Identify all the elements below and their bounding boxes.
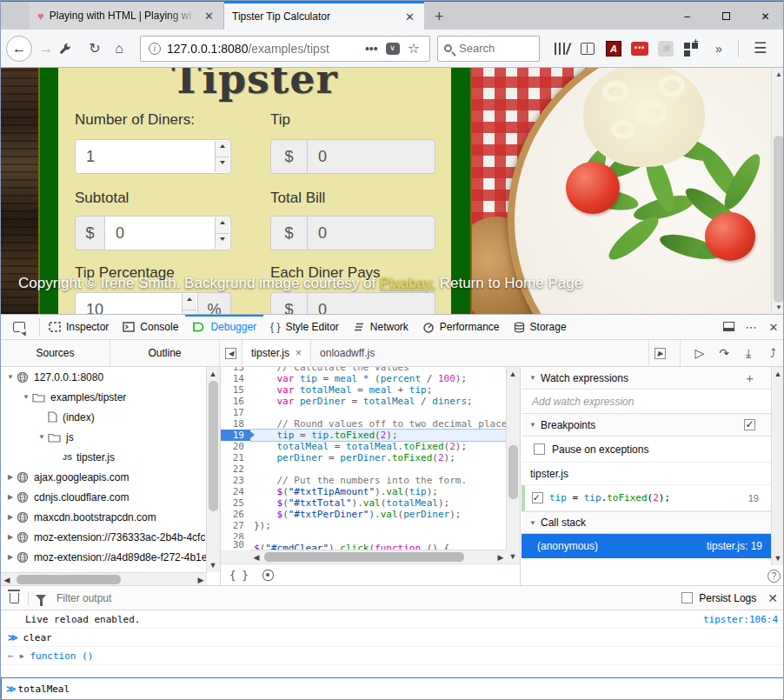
sources-horizontal-scrollbar[interactable]: ◀ ▶ — [1, 572, 207, 586]
watch-expressions-header[interactable]: ▼ Watch expressions + — [522, 367, 771, 390]
tab-playing-with-html[interactable]: ♥ Playing with HTML | Playing wi ✕ — [30, 2, 224, 30]
breakpoint-item[interactable]: tip = tip.toFixed(2); 19 — [522, 485, 771, 511]
scrollbar-thumb[interactable] — [264, 552, 464, 562]
call-stack-header[interactable]: ▼ Call stack — [522, 511, 771, 534]
close-console-icon[interactable]: ✕ — [767, 591, 778, 605]
bookmark-star-icon[interactable]: ☆ — [403, 40, 424, 57]
scroll-down-icon[interactable]: ▼ — [207, 558, 219, 572]
filter-funnel-icon[interactable] — [36, 595, 46, 601]
sources-vertical-scrollbar[interactable]: ▲ ▼ — [206, 367, 220, 572]
code-line-19[interactable]: 19 tip = tip.toFixed(2); — [221, 430, 507, 441]
step-in-button[interactable]: ⤓ — [736, 346, 761, 361]
close-tab-icon[interactable]: × — [296, 347, 302, 359]
line-number[interactable]: 18 — [221, 418, 250, 430]
close-window-button[interactable]: ✕ — [746, 10, 784, 23]
twisty-right-icon[interactable]: ▶ — [6, 533, 15, 541]
code-line-16[interactable]: 16 var perDiner = totalMeal / diners; — [221, 396, 507, 407]
minimize-button[interactable]: – — [668, 10, 707, 23]
tree-item-maxcdn-bootstrapcdn-com[interactable]: ▶maxcdn.bootstrapcdn.com — [1, 507, 220, 527]
wrench-icon[interactable] — [58, 42, 83, 56]
scroll-left-icon[interactable]: ◀ — [250, 550, 262, 564]
code-line-24[interactable]: 24 $("#txtTipAmount").val(tip); — [221, 486, 507, 497]
library-icon[interactable] — [548, 37, 575, 60]
code-line-29[interactable]: 29$("#cmdClear").click(function () { — [221, 543, 507, 550]
pause-on-exceptions-checkbox[interactable] — [534, 443, 545, 455]
maximize-button[interactable] — [707, 10, 746, 23]
watch-expression-input[interactable]: Add watch expression — [522, 390, 771, 414]
code-line-15[interactable]: 15 var totalMeal = meal + tip; — [221, 384, 507, 396]
resume-button[interactable]: ▷ — [688, 346, 712, 360]
line-number[interactable]: 20 — [221, 441, 250, 452]
page-scrollbar-thumb[interactable] — [774, 136, 784, 303]
tab-sources[interactable]: Sources — [1, 340, 110, 366]
editor-tab-tipster-js[interactable]: tipster.js × — [243, 340, 311, 366]
disabled-extension-icon[interactable]: ✱ — [653, 37, 679, 60]
new-tab-button[interactable]: + — [424, 3, 455, 30]
scroll-left-icon[interactable]: ◀ — [1, 573, 13, 586]
persist-logs-checkbox[interactable] — [681, 592, 693, 603]
twisty-right-icon[interactable]: ▶ — [6, 493, 15, 501]
breakpoint-checkbox[interactable] — [532, 492, 543, 503]
scrollbar-thumb[interactable] — [508, 445, 518, 499]
tree-item-moz-extension-a4d89d8e-f272-4b1e[interactable]: ▶moz-extension://a4d89d8e-f272-4b1e — [1, 547, 220, 567]
tab-storage[interactable]: Storage — [507, 315, 574, 339]
meatball-menu-icon[interactable]: ⋯ — [740, 321, 762, 334]
site-info-icon[interactable]: i — [149, 43, 161, 55]
pause-on-exceptions-row[interactable]: Pause on exceptions — [522, 437, 771, 463]
editor-horizontal-scrollbar[interactable]: 30 ◀ ▶ — [221, 550, 507, 563]
code-line-17[interactable]: 17 — [221, 407, 507, 418]
call-stack-frame-selected[interactable]: (anonymous) tipster.js: 19 — [522, 534, 771, 558]
editor-tab-onloadwff-js[interactable]: onloadwff.js — [311, 340, 383, 366]
line-number[interactable]: 25 — [221, 497, 250, 509]
line-number[interactable]: 22 — [221, 463, 250, 475]
diners-input[interactable]: 1 — [75, 139, 231, 174]
scroll-up-icon[interactable]: ▲ — [772, 367, 784, 381]
line-number[interactable]: 19 — [221, 430, 250, 441]
scrollbar-thumb[interactable] — [209, 381, 218, 511]
code-line-27[interactable]: 27}); — [221, 520, 507, 531]
expand-triangle-icon[interactable]: ▶ — [20, 652, 24, 660]
perdiner-input[interactable]: 0 — [307, 292, 435, 314]
code-line-26[interactable]: 26 $("#txtPerDiner").val(perDiner); — [221, 509, 507, 520]
collapse-sources-icon[interactable]: ◀ — [220, 340, 243, 366]
step-over-button[interactable]: ↷ — [712, 346, 736, 360]
total-bill-input[interactable]: 0 — [307, 216, 435, 250]
home-button[interactable]: ⌂ — [107, 41, 131, 57]
line-number[interactable]: 21 — [221, 452, 250, 463]
pixabay-link[interactable]: Pixabay. — [380, 275, 435, 291]
tree-item-ajax-googleapis-com[interactable]: ▶ajax.googleapis.com — [1, 467, 220, 487]
line-number[interactable]: 15 — [221, 384, 250, 396]
twisty-down-icon[interactable]: ▼ — [22, 393, 30, 401]
twisty-down-icon[interactable]: ▼ — [37, 433, 46, 441]
tab-inspector[interactable]: Inspector — [42, 315, 116, 339]
breakpoints-header[interactable]: ▼ Breakpoints — [522, 414, 771, 437]
scroll-right-icon[interactable]: ▶ — [495, 550, 507, 564]
tree-item--index-[interactable]: (index) — [1, 407, 220, 427]
add-watch-icon[interactable]: + — [746, 370, 754, 385]
scroll-up-icon[interactable]: ▲ — [507, 367, 519, 381]
back-button[interactable]: ← — [6, 36, 32, 62]
editor-vertical-scrollbar[interactable]: ▲ ▼ — [506, 367, 520, 563]
twisty-right-icon[interactable]: ▶ — [6, 553, 15, 561]
line-number[interactable]: 24 — [221, 486, 250, 497]
step-out-button[interactable]: ⤴ — [761, 346, 784, 360]
tab-network[interactable]: Network — [346, 315, 415, 339]
twisty-right-icon[interactable]: ▶ — [6, 473, 15, 481]
line-number[interactable]: 17 — [221, 407, 250, 418]
dock-icon[interactable] — [717, 321, 740, 334]
code-line-22[interactable]: 22 — [221, 463, 507, 475]
percent-spinner[interactable] — [182, 294, 196, 314]
diners-spinner[interactable] — [215, 141, 229, 172]
pick-element-button[interactable] — [1, 315, 37, 339]
percent-input[interactable]: 10 — [75, 292, 198, 314]
subtotal-spinner[interactable] — [215, 217, 229, 249]
tab-outline[interactable]: Outline — [110, 340, 220, 366]
url-bar[interactable]: i 127.0.0.1:8080/examples/tipst ••• ∨ ☆ — [140, 36, 430, 62]
tab-tipster-tip-calculator[interactable]: Tipster Tip Calculator ✕ — [224, 2, 424, 30]
scroll-up-icon[interactable]: ▲ — [207, 367, 219, 381]
scrollbar-thumb[interactable] — [17, 575, 121, 584]
console-input-row[interactable]: ≫ totalMeal — [1, 677, 784, 700]
tip-amount-input[interactable]: 0 — [307, 139, 435, 174]
code-area[interactable]: 13 // Calculate the values14 var tip = m… — [221, 367, 507, 550]
code-line-25[interactable]: 25 $("#txtTotal").val(totalMeal); — [221, 497, 507, 509]
